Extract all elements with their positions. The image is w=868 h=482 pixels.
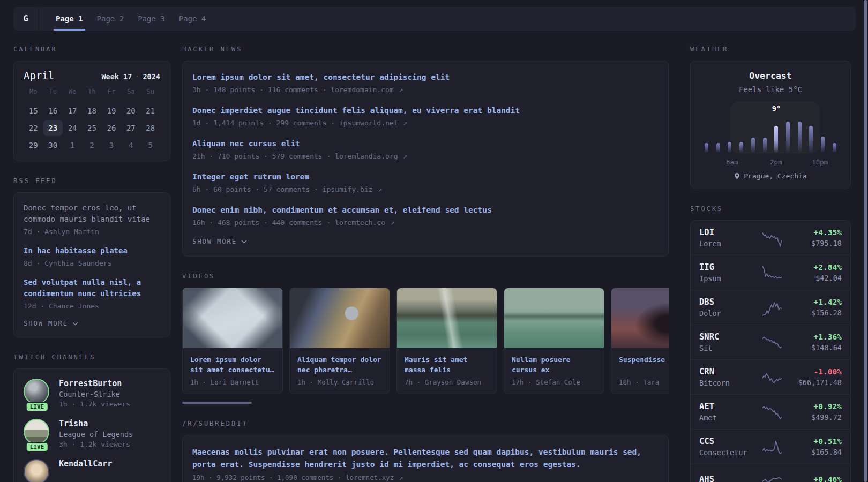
page-scrollbar[interactable] (863, 0, 867, 482)
calendar-day[interactable]: 19 (102, 103, 121, 119)
calendar-day[interactable]: 23 (43, 120, 62, 136)
stocks-card: LDI Lorem +4.35% $795.18 IIG Ipsum (690, 220, 851, 482)
external-link-icon: ↗ (399, 473, 403, 481)
subreddit-card: Maecenas mollis pulvinar erat non posuer… (182, 435, 669, 482)
calendar-day[interactable]: 28 (141, 120, 160, 136)
calendar-day[interactable]: 24 (63, 120, 82, 136)
rss-item-title[interactable]: Donec tempor eros leo, ut commodo mauris… (24, 202, 160, 225)
stock-values: +0.46% (789, 475, 842, 482)
stock-symbol: IIG (699, 262, 755, 272)
calendar-week-label: Week 17 (101, 72, 132, 81)
calendar-day-grid: 1516171819202122232425262728293012345 (24, 103, 160, 153)
stocks-widget: STOCKS LDI Lorem +4.35% $795.18 (690, 205, 851, 482)
calendar-day[interactable]: 16 (43, 103, 62, 119)
calendar-day[interactable]: 30 (43, 137, 62, 153)
live-badge: LIVE (26, 402, 49, 412)
stock-row[interactable]: AET Amet +0.92% $499.72 (691, 394, 850, 429)
stock-row[interactable]: AHS +0.46% (691, 464, 850, 482)
twitch-channel-row[interactable]: KendallCarr (24, 459, 160, 482)
stock-symbol: AHS (699, 475, 755, 482)
calendar-day[interactable]: 27 (121, 120, 140, 136)
stock-row[interactable]: IIG Ipsum +2.84% $42.04 (691, 255, 850, 290)
page-tab[interactable]: Page 1 (49, 7, 90, 31)
stocks-section-title: STOCKS (690, 205, 851, 213)
page-tab-label: Page 4 (179, 14, 206, 23)
hackernews-item-title[interactable]: Aliquam nec cursus elit (192, 138, 659, 149)
calendar-day[interactable]: 1 (63, 137, 82, 153)
calendar-day[interactable]: 2 (82, 137, 101, 153)
calendar-day[interactable]: 3 (102, 137, 121, 153)
video-card[interactable]: Mauris sit amet massa felis 7h · Grayson… (396, 288, 497, 394)
calendar-day[interactable]: 5 (141, 137, 160, 153)
stock-row[interactable]: LDI Lorem +4.35% $795.18 (691, 221, 850, 255)
twitch-channel-info: ForrestBurton Counter-Strike 1h · 1.7k v… (59, 379, 130, 408)
subreddit-widget: /R/SUBREDDIT Maecenas mollis pulvinar er… (182, 420, 669, 482)
rss-item-title[interactable]: Sed volutpat nulla nisl, a condimentum n… (24, 277, 160, 299)
hackernews-item: Aliquam nec cursus elit 21h · 710 points… (192, 138, 659, 160)
twitch-channel-name: Trisha (59, 419, 133, 428)
calendar-day[interactable]: 22 (24, 120, 43, 136)
hackernews-item-title[interactable]: Donec imperdiet augue tincidunt felis al… (192, 105, 659, 116)
stock-name: Bitcorn (699, 379, 755, 387)
stock-symbol: LDI (699, 228, 755, 237)
stock-values: +1.42% $156.28 (789, 298, 842, 317)
rss-show-more-button[interactable]: SHOW MORE (24, 320, 78, 327)
rss-card: Donec tempor eros leo, ut commodo mauris… (13, 192, 170, 337)
stock-values: +4.35% $795.18 (789, 228, 842, 247)
calendar-widget: CALENDAR April Week 17·2024 MoTuWeThFrSa… (13, 46, 170, 161)
hackernews-item-title[interactable]: Lorem ipsum dolor sit amet, consectetur … (192, 72, 659, 83)
calendar-weekday: We (63, 88, 82, 97)
rss-item-meta: 7d · Ashlyn Martin (24, 228, 160, 236)
twitch-channel-row[interactable]: LIVE Trisha League of Legends 3h · 1.2k … (24, 419, 160, 448)
hackernews-item-title[interactable]: Integer eget rutrum lorem (192, 171, 659, 183)
stock-symbol: SNRC (699, 332, 755, 342)
hackernews-item-title[interactable]: Donec enim nibh, condimentum et accumsan… (192, 205, 659, 216)
page-tab[interactable]: Page 2 (90, 7, 131, 31)
twitch-channel-row[interactable]: LIVE ForrestBurton Counter-Strike 1h · 1… (24, 379, 160, 408)
dot-separator: · (135, 72, 139, 81)
calendar-day[interactable]: 17 (63, 103, 82, 119)
stock-row[interactable]: DBS Dolor +1.42% $156.28 (691, 290, 850, 325)
calendar-day[interactable]: 18 (82, 103, 101, 119)
twitch-channel-meta: 3h · 1.2k viewers (59, 440, 133, 448)
subreddit-post-title[interactable]: Maecenas mollis pulvinar erat non posuer… (192, 446, 659, 471)
weather-card: Overcast Feels like 5°C 9° 6am2pm10pm Pr… (690, 61, 851, 189)
weather-bar (763, 138, 767, 153)
stock-row[interactable]: CCS Consectetur +0.51% $165.84 (691, 429, 850, 464)
calendar-day[interactable]: 25 (82, 120, 101, 136)
video-thumbnail (183, 288, 282, 348)
stock-price: $148.64 (789, 343, 842, 352)
videos-scrollbar-thumb[interactable] (182, 402, 252, 404)
stock-sparkline (762, 368, 782, 386)
stock-name: Lorem (699, 239, 755, 248)
video-card[interactable]: Nullam posuere cursus ex 17h · Stefan Co… (504, 288, 604, 394)
weather-bars (705, 120, 836, 153)
weather-current-temp: 9° (772, 104, 781, 113)
hackernews-item: Donec imperdiet augue tincidunt felis al… (192, 105, 659, 127)
video-card[interactable]: Aliquam tempor dolor nec pharetra… 1h · … (289, 288, 390, 394)
page-tab[interactable]: Page 4 (172, 7, 213, 31)
video-card[interactable]: Suspendisse diam 18h · Tara (611, 288, 669, 394)
calendar-day[interactable]: 4 (121, 137, 140, 153)
rss-item-title[interactable]: In hac habitasse platea (24, 245, 160, 257)
page-tab[interactable]: Page 3 (131, 7, 172, 31)
calendar-weekday: Sa (121, 88, 140, 97)
subreddit-post-meta: 19h · 9,932 points · 1,090 comments · lo… (192, 473, 659, 481)
stock-row[interactable]: CRN Bitcorn -1.00% $66,171.48 (691, 359, 850, 394)
calendar-day[interactable]: 26 (102, 120, 121, 136)
video-card[interactable]: Lorem ipsum dolor sit amet consectetu… 1… (182, 288, 283, 394)
calendar-day[interactable]: 15 (24, 103, 43, 119)
external-link-icon: ↗ (403, 152, 407, 160)
twitch-channel-info: Trisha League of Legends 3h · 1.2k viewe… (59, 419, 133, 448)
hackernews-show-more-button[interactable]: SHOW MORE (192, 238, 247, 245)
stock-row[interactable]: SNRC Sit +1.36% $148.64 (691, 325, 850, 359)
videos-scrollbar[interactable] (182, 402, 669, 404)
calendar-day[interactable]: 20 (121, 103, 140, 119)
calendar-day[interactable]: 29 (24, 137, 43, 153)
stock-identity: AHS (699, 475, 755, 482)
page-scrollbar-thumb[interactable] (864, 0, 867, 482)
calendar-day[interactable]: 21 (141, 103, 160, 119)
videos-section-title: VIDEOS (182, 273, 669, 280)
stock-price: $66,171.48 (789, 378, 842, 387)
location-pin-icon (734, 172, 740, 180)
